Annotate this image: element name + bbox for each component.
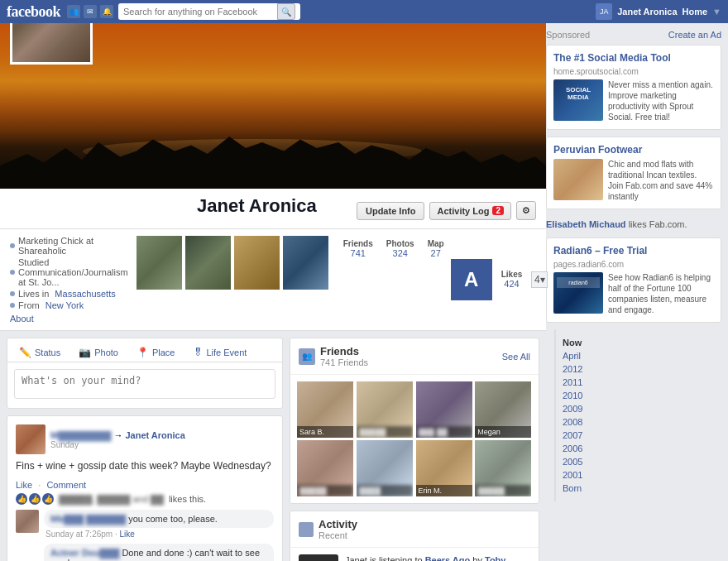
friend-thumb-2[interactable]: ▓▓▓▓▓ bbox=[357, 381, 413, 438]
gear-button[interactable]: ⚙ bbox=[516, 201, 536, 220]
timeline-2007[interactable]: 2007 bbox=[556, 429, 721, 442]
friend-thumb-7[interactable]: Erin M. bbox=[416, 440, 472, 496]
social-proof-link[interactable]: Elisabeth Michaud bbox=[546, 219, 626, 229]
lives-label: Lives in bbox=[18, 289, 51, 299]
like-link-1[interactable]: Like bbox=[16, 480, 32, 490]
beers-ago-link[interactable]: Beers Ago bbox=[425, 555, 471, 561]
timeline-2011[interactable]: 2011 bbox=[556, 376, 721, 389]
life-event-icon: 🎖 bbox=[193, 347, 203, 358]
activity-panel-title: Activity bbox=[318, 518, 357, 530]
ad-title-2[interactable]: Peruvian Footwear bbox=[553, 144, 714, 156]
photos-stat-box[interactable]: Photos 324 bbox=[380, 236, 421, 324]
map-stat-box[interactable]: Map 27 bbox=[421, 236, 451, 324]
profile-thumb-1[interactable] bbox=[136, 236, 182, 290]
update-info-button[interactable]: Update Info bbox=[357, 202, 425, 220]
status-tab-label: Status bbox=[35, 348, 60, 357]
feed-author-name[interactable]: M▓▓▓▓▓▓▓▓ bbox=[50, 430, 111, 440]
friend-thumb-6[interactable]: ▓▓▓▓ bbox=[357, 440, 413, 496]
home-button[interactable]: Home bbox=[682, 7, 708, 17]
topnav-username[interactable]: Janet Aronica bbox=[617, 7, 677, 17]
ad-domain-1: home.sproutsocial.com bbox=[553, 67, 714, 76]
comment-avatar-2 bbox=[16, 544, 39, 561]
friend-thumb-8[interactable]: ▓▓▓▓▓ bbox=[475, 440, 531, 496]
friend-thumb-3[interactable]: ▓▓▓ ▓▓ bbox=[416, 381, 472, 438]
lives-in-link[interactable]: Massachusetts bbox=[55, 289, 115, 299]
post-tab-life-event[interactable]: 🎖 Life Event bbox=[188, 343, 251, 362]
messages-nav-icon[interactable]: ✉ bbox=[84, 5, 97, 18]
ad-title-3[interactable]: Radian6 – Free Trial bbox=[553, 245, 714, 257]
profile-thumb-2[interactable] bbox=[185, 236, 231, 290]
activity-title-area: Activity Recent bbox=[299, 518, 357, 540]
timeline-born[interactable]: Born bbox=[556, 482, 721, 495]
comment-link-1[interactable]: Comment bbox=[46, 480, 86, 490]
ad-text-3: See how Radian6 is helping half of the F… bbox=[608, 272, 714, 315]
timeline-2010[interactable]: 2010 bbox=[556, 389, 721, 402]
search-bar[interactable]: 🔍 bbox=[118, 3, 300, 20]
timeline-now[interactable]: Now bbox=[556, 336, 721, 349]
commenter-1[interactable]: Mb▓▓▓ ▓▓▓▓▓▓ bbox=[50, 514, 126, 524]
activity-text-spotify: Janet is listening to Beers Ago by Toby … bbox=[345, 554, 530, 561]
about-link[interactable]: About bbox=[10, 314, 128, 324]
post-tab-status[interactable]: ✏️ Status bbox=[14, 343, 65, 362]
friend-thumb-4[interactable]: Megan bbox=[475, 381, 531, 438]
timeline-2008[interactable]: 2008 bbox=[556, 415, 721, 429]
timeline-2001[interactable]: 2001 bbox=[556, 468, 721, 482]
activity-log-button[interactable]: Activity Log 2 bbox=[429, 202, 511, 220]
like-icon-1: 👍 bbox=[16, 493, 27, 505]
ad-image-3: radian6 bbox=[553, 272, 603, 314]
like-icon-3: 👍 bbox=[42, 493, 54, 505]
ad-image-2 bbox=[553, 159, 603, 200]
friends-panel-title: Friends bbox=[320, 345, 368, 357]
search-button[interactable]: 🔍 bbox=[277, 3, 295, 20]
post-tab-photo[interactable]: 📷 Photo bbox=[74, 343, 123, 362]
ad-title-1[interactable]: The #1 Social Media Tool bbox=[553, 52, 714, 64]
commenter-2[interactable]: Actner Dou▓▓▓ bbox=[50, 548, 119, 558]
friend-thumb-1[interactable]: Sara B. bbox=[297, 381, 353, 438]
activity-log-label: Activity Log bbox=[437, 206, 489, 216]
friends-see-all[interactable]: See All bbox=[502, 352, 530, 362]
notifications-nav-icon[interactable]: 🔔 bbox=[100, 5, 113, 18]
feed-recipient[interactable]: Janet Aronica bbox=[125, 430, 184, 440]
post-textarea[interactable] bbox=[14, 369, 275, 399]
profile-thumb-3[interactable] bbox=[234, 236, 280, 290]
profile-photo[interactable] bbox=[10, 23, 93, 65]
friends-stat-box[interactable]: Friends 741 bbox=[337, 236, 380, 324]
search-input[interactable] bbox=[123, 7, 277, 17]
comment-like-1[interactable]: Like bbox=[120, 530, 135, 539]
activity-title-group: Activity Recent bbox=[318, 518, 357, 540]
comment-bubble-1: Mb▓▓▓ ▓▓▓▓▓▓ you come too, please. bbox=[44, 510, 274, 528]
friend-thumb-5[interactable]: ▓▓▓▓▓ bbox=[297, 440, 353, 496]
social-proof-text: Elisabeth Michaud likes Fab.com. bbox=[546, 216, 721, 233]
more-stats-button[interactable]: 4▾ bbox=[531, 271, 548, 288]
timeline-2009[interactable]: 2009 bbox=[556, 402, 721, 415]
place-icon: 📍 bbox=[136, 347, 149, 358]
timeline-april[interactable]: April bbox=[556, 349, 721, 362]
main-content: Janet Aronica Update Info Activity Log 2… bbox=[0, 23, 546, 561]
timeline-2012[interactable]: 2012 bbox=[556, 362, 721, 376]
topnav-right: JA Janet Aronica Home ▼ bbox=[596, 3, 721, 20]
right-sidebar: Sponsored Create an Ad The #1 Social Med… bbox=[546, 23, 728, 561]
feed-meta-1: M▓▓▓▓▓▓▓▓ → Janet Aronica Sunday bbox=[50, 430, 185, 449]
profile-name-area: Janet Aronica bbox=[197, 195, 357, 220]
from-link[interactable]: New York bbox=[46, 300, 84, 310]
feed-time-1: Sunday bbox=[50, 440, 185, 449]
timeline-2006[interactable]: 2006 bbox=[556, 442, 721, 455]
post-tabs: ✏️ Status 📷 Photo 📍 Place bbox=[7, 338, 282, 362]
activity-panel-icon bbox=[299, 522, 314, 537]
dot-icon bbox=[10, 243, 15, 248]
create-ad-link[interactable]: Create an Ad bbox=[668, 30, 721, 40]
feed-header-1: M▓▓▓▓▓▓▓▓ → Janet Aronica Sunday bbox=[16, 424, 274, 454]
likes-stat-box[interactable]: Likes 424 bbox=[495, 266, 529, 294]
friend-name-2: ▓▓▓▓▓ bbox=[357, 426, 413, 438]
comment-row-2: Actner Dou▓▓▓ Done and done :) can't wai… bbox=[16, 544, 274, 561]
spotify-thumb: ⏸ bbox=[299, 554, 338, 561]
timeline-2005[interactable]: 2005 bbox=[556, 455, 721, 468]
friends-nav-icon[interactable]: 👥 bbox=[67, 5, 80, 18]
ad-image-1: SOCIAL MEDIA bbox=[553, 79, 603, 121]
post-tab-place[interactable]: 📍 Place bbox=[132, 343, 180, 362]
sponsored-label: Sponsored bbox=[546, 30, 590, 40]
likes-stat-label: Likes bbox=[501, 270, 523, 279]
comment-meta-1: Sunday at 7:26pm · Like bbox=[44, 530, 274, 539]
profile-thumb-4[interactable] bbox=[283, 236, 328, 290]
ad-text-2: Chic and mod flats with traditional Inca… bbox=[608, 159, 714, 202]
